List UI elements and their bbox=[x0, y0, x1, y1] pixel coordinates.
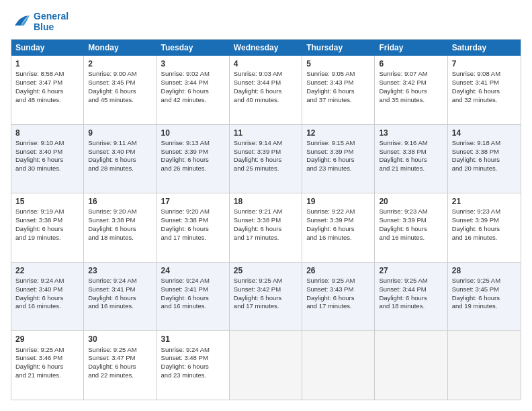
day-cell-28: 28Sunrise: 9:25 AMSunset: 3:45 PMDayligh… bbox=[448, 263, 521, 331]
day-cell-21: 21Sunrise: 9:23 AMSunset: 3:39 PMDayligh… bbox=[448, 193, 521, 262]
day-cell-29: 29Sunrise: 9:25 AMSunset: 3:46 PMDayligh… bbox=[11, 331, 84, 400]
day-info-line: Sunrise: 9:20 AM bbox=[88, 208, 152, 216]
day-info-line: Sunrise: 9:25 AM bbox=[15, 346, 79, 355]
day-info-line: Sunset: 3:38 PM bbox=[452, 148, 517, 156]
day-number: 25 bbox=[234, 265, 298, 276]
day-number: 6 bbox=[379, 58, 443, 69]
day-number: 9 bbox=[88, 128, 152, 138]
calendar-row-2: 8Sunrise: 9:10 AMSunset: 3:40 PMDaylight… bbox=[11, 124, 521, 193]
day-cell-22: 22Sunrise: 9:24 AMSunset: 3:40 PMDayligh… bbox=[11, 263, 84, 331]
empty-cell bbox=[375, 331, 447, 400]
day-info-line: Sunrise: 9:13 AM bbox=[161, 139, 225, 148]
day-info-line: Sunset: 3:38 PM bbox=[88, 216, 152, 225]
day-info-line: Sunrise: 9:23 AM bbox=[452, 208, 517, 216]
day-info-line: Daylight: 6 hours bbox=[88, 294, 152, 303]
day-cell-24: 24Sunrise: 9:24 AMSunset: 3:41 PMDayligh… bbox=[157, 263, 230, 331]
calendar-row-3: 15Sunrise: 9:19 AMSunset: 3:38 PMDayligh… bbox=[11, 193, 521, 262]
day-cell-1: 1Sunrise: 8:58 AMSunset: 3:47 PMDaylight… bbox=[11, 56, 84, 124]
day-info-line: Daylight: 6 hours bbox=[15, 363, 79, 371]
day-info-line: Daylight: 6 hours bbox=[88, 363, 152, 371]
logo-text: General Blue bbox=[34, 11, 69, 32]
day-info-line: and 16 minutes. bbox=[88, 302, 152, 311]
day-info-line: and 16 minutes. bbox=[379, 234, 443, 242]
day-number: 27 bbox=[379, 265, 443, 276]
day-info-line: Sunset: 3:39 PM bbox=[306, 216, 370, 225]
day-info-line: Daylight: 6 hours bbox=[379, 87, 443, 96]
day-number: 14 bbox=[452, 128, 517, 138]
day-info-line: Sunset: 3:40 PM bbox=[88, 148, 152, 156]
day-info-line: Daylight: 6 hours bbox=[234, 87, 298, 96]
day-info-line: Sunset: 3:48 PM bbox=[161, 354, 225, 363]
day-info-line: Daylight: 6 hours bbox=[306, 225, 370, 234]
day-info-line: and 18 minutes. bbox=[88, 234, 152, 242]
day-info-line: Sunset: 3:43 PM bbox=[306, 285, 370, 294]
day-cell-31: 31Sunrise: 9:24 AMSunset: 3:48 PMDayligh… bbox=[157, 331, 230, 400]
day-info-line: Daylight: 6 hours bbox=[88, 225, 152, 234]
day-number: 4 bbox=[234, 58, 298, 69]
day-number: 2 bbox=[88, 58, 152, 69]
day-info-line: Daylight: 6 hours bbox=[452, 87, 517, 96]
day-info-line: Sunrise: 9:25 AM bbox=[234, 277, 298, 285]
day-info-line: Sunset: 3:39 PM bbox=[379, 216, 443, 225]
day-info-line: Sunrise: 9:23 AM bbox=[379, 208, 443, 216]
day-number: 15 bbox=[15, 196, 79, 207]
day-info-line: Daylight: 6 hours bbox=[161, 363, 225, 371]
day-info-line: Daylight: 6 hours bbox=[161, 225, 225, 234]
day-info-line: and 18 minutes. bbox=[379, 302, 443, 311]
day-info-line: and 40 minutes. bbox=[234, 96, 298, 105]
day-info-line: and 17 minutes. bbox=[234, 302, 298, 311]
day-info-line: Sunset: 3:42 PM bbox=[379, 79, 443, 87]
day-info-line: Daylight: 6 hours bbox=[15, 87, 79, 96]
day-info-line: Sunrise: 9:00 AM bbox=[88, 70, 152, 79]
day-number: 24 bbox=[161, 265, 225, 276]
day-info-line: and 16 minutes. bbox=[452, 234, 517, 242]
day-info-line: Sunrise: 9:08 AM bbox=[452, 70, 517, 79]
day-number: 8 bbox=[15, 128, 79, 138]
day-info-line: Daylight: 6 hours bbox=[15, 225, 79, 234]
calendar-header: SundayMondayTuesdayWednesdayThursdayFrid… bbox=[11, 40, 521, 56]
day-info-line: Sunset: 3:44 PM bbox=[234, 79, 298, 87]
day-number: 18 bbox=[234, 196, 298, 207]
day-info-line: and 28 minutes. bbox=[88, 165, 152, 173]
day-info-line: and 17 minutes. bbox=[234, 234, 298, 242]
day-info-line: Daylight: 6 hours bbox=[234, 156, 298, 165]
day-info-line: Sunset: 3:47 PM bbox=[88, 354, 152, 363]
day-info-line: Sunrise: 9:22 AM bbox=[306, 208, 370, 216]
day-cell-5: 5Sunrise: 9:05 AMSunset: 3:43 PMDaylight… bbox=[302, 56, 375, 124]
day-info-line: Daylight: 6 hours bbox=[161, 294, 225, 303]
day-number: 30 bbox=[88, 334, 152, 345]
day-info-line: Sunset: 3:40 PM bbox=[15, 285, 79, 294]
day-info-line: Sunrise: 9:24 AM bbox=[88, 277, 152, 285]
header-day-friday: Friday bbox=[375, 40, 447, 56]
day-info-line: and 21 minutes. bbox=[379, 165, 443, 173]
day-cell-12: 12Sunrise: 9:15 AMSunset: 3:39 PMDayligh… bbox=[302, 125, 375, 193]
calendar-row-5: 29Sunrise: 9:25 AMSunset: 3:46 PMDayligh… bbox=[11, 330, 521, 400]
day-info-line: Daylight: 6 hours bbox=[306, 294, 370, 303]
day-info-line: Daylight: 6 hours bbox=[379, 294, 443, 303]
day-info-line: Daylight: 6 hours bbox=[452, 225, 517, 234]
day-info-line: and 17 minutes. bbox=[306, 302, 370, 311]
day-info-line: Daylight: 6 hours bbox=[379, 156, 443, 165]
day-info-line: and 35 minutes. bbox=[379, 96, 443, 105]
day-info-line: Daylight: 6 hours bbox=[15, 156, 79, 165]
day-info-line: Daylight: 6 hours bbox=[88, 87, 152, 96]
day-number: 16 bbox=[88, 196, 152, 207]
day-cell-30: 30Sunrise: 9:25 AMSunset: 3:47 PMDayligh… bbox=[84, 331, 157, 400]
day-cell-19: 19Sunrise: 9:22 AMSunset: 3:39 PMDayligh… bbox=[302, 193, 375, 262]
day-info-line: Daylight: 6 hours bbox=[161, 87, 225, 96]
day-info-line: Sunset: 3:38 PM bbox=[379, 148, 443, 156]
day-info-line: Sunrise: 9:20 AM bbox=[161, 208, 225, 216]
day-info-line: Sunset: 3:41 PM bbox=[161, 285, 225, 294]
day-number: 10 bbox=[161, 128, 225, 138]
day-cell-4: 4Sunrise: 9:03 AMSunset: 3:44 PMDaylight… bbox=[230, 56, 302, 124]
day-info-line: Sunrise: 9:24 AM bbox=[161, 277, 225, 285]
day-info-line: Daylight: 6 hours bbox=[452, 156, 517, 165]
day-number: 31 bbox=[161, 334, 225, 345]
day-cell-13: 13Sunrise: 9:16 AMSunset: 3:38 PMDayligh… bbox=[375, 125, 447, 193]
day-info-line: Sunset: 3:44 PM bbox=[161, 79, 225, 87]
day-cell-14: 14Sunrise: 9:18 AMSunset: 3:38 PMDayligh… bbox=[448, 125, 521, 193]
day-cell-20: 20Sunrise: 9:23 AMSunset: 3:39 PMDayligh… bbox=[375, 193, 447, 262]
day-info-line: and 19 minutes. bbox=[15, 234, 79, 242]
day-cell-9: 9Sunrise: 9:11 AMSunset: 3:40 PMDaylight… bbox=[84, 125, 157, 193]
day-info-line: and 16 minutes. bbox=[15, 302, 79, 311]
